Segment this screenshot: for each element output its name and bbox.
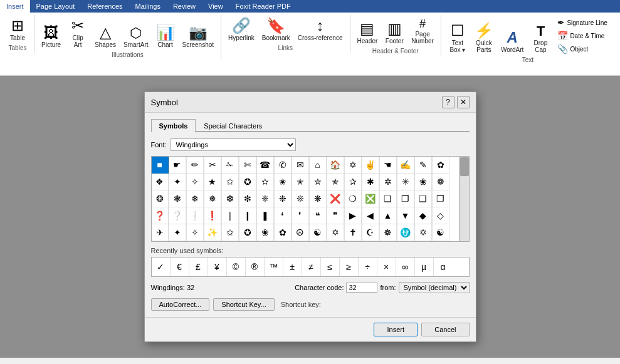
recent-symbol-cell[interactable]: ™ [265,257,283,276]
symbol-cell[interactable]: ■ [151,156,169,174]
symbol-cell[interactable]: ☎ [256,156,274,174]
symbol-cell[interactable]: ▲ [379,207,397,224]
symbol-cell[interactable]: ✎ [414,156,432,174]
symbol-cell[interactable]: 🏠 [327,156,344,174]
wordart-button[interactable]: A WordArt [498,28,527,55]
symbol-cell[interactable]: ☯ [432,224,449,241]
symbol-cell[interactable]: ❖ [151,173,169,190]
font-select[interactable]: Wingdings [171,138,296,151]
tab-references[interactable]: References [81,0,129,13]
charcode-input[interactable] [346,283,377,293]
symbol-cell[interactable]: ✿ [274,224,292,241]
symbol-cell[interactable]: ❂ [151,190,169,207]
symbol-cell[interactable]: ✬ [274,173,292,190]
text-box-button[interactable]: ☐ TextBox ▾ [445,21,470,55]
symbol-cell[interactable]: ❀ [414,173,432,190]
tab-review[interactable]: Review [167,0,202,13]
symbol-cell[interactable]: ✄ [239,156,256,174]
symbol-cell[interactable]: ✮ [309,173,327,190]
symbol-cell[interactable]: ❗ [204,207,221,224]
symbol-cell[interactable]: ❉ [274,190,292,207]
symbol-cell[interactable]: ❅ [204,190,221,207]
recent-symbol-cell[interactable]: α [434,257,453,276]
drop-cap-button[interactable]: T DropCap [528,23,553,55]
symbol-cell[interactable]: ❑ [414,190,432,207]
clip-art-button[interactable]: ✂ ClipArt [65,16,90,50]
symbol-cell[interactable]: ✪ [239,173,256,190]
symbol-cell[interactable]: ❆ [221,190,239,207]
table-button[interactable]: ⊞ Table [5,16,30,43]
symbol-cell[interactable]: ☪ [362,224,379,241]
symbol-cell[interactable]: ❊ [292,190,309,207]
symbol-scrollbar[interactable] [459,157,469,241]
symbol-cell[interactable]: ✡ [327,224,344,241]
symbol-cell[interactable]: ❕ [186,207,204,224]
symbol-cell[interactable]: ✉ [292,156,309,174]
symbol-cell[interactable]: ☚ [379,156,397,174]
symbol-cell[interactable]: ✯ [327,173,344,190]
symbol-cell[interactable]: ☮ [292,224,309,241]
object-button[interactable]: 📎 Object [554,43,611,55]
symbol-cell[interactable]: ✩ [221,224,239,241]
symbol-cell[interactable]: ❁ [432,173,449,190]
recent-symbol-cell[interactable]: ≥ [340,257,359,276]
symbol-cell[interactable]: ✧ [186,173,204,190]
recent-symbol-cell[interactable]: ¥ [208,257,227,276]
symbol-cell[interactable]: ◇ [432,207,449,224]
symbol-cell[interactable]: ✰ [344,173,362,190]
symbol-cell[interactable]: ✡ [414,224,432,241]
symbol-cell[interactable]: ✍ [397,156,414,174]
recent-symbol-cell[interactable]: £ [189,257,208,276]
recent-symbol-cell[interactable]: ® [246,257,265,276]
symbol-cell[interactable]: ❛ [274,207,292,224]
recent-symbol-cell[interactable]: ÷ [359,257,377,276]
recent-symbol-cell[interactable]: ≠ [302,257,321,276]
tab-insert[interactable]: Insert [0,0,30,13]
hyperlink-button[interactable]: 🔗 Hyperlink [225,16,258,43]
recent-symbol-cell[interactable]: ≤ [321,257,340,276]
symbol-cell[interactable]: ✫ [256,173,274,190]
recent-symbol-cell[interactable]: µ [415,257,434,276]
recent-symbol-cell[interactable]: ± [283,257,302,276]
recent-symbol-cell[interactable]: ✓ [152,257,171,276]
tab-symbols[interactable]: Symbols [151,119,196,132]
symbol-cell[interactable]: ❚ [256,207,274,224]
symbol-cell[interactable]: ❞ [327,207,344,224]
page-number-button[interactable]: # PageNumber [408,16,437,46]
symbol-cell[interactable]: ✿ [432,156,449,174]
symbol-cell[interactable]: ❋ [309,190,327,207]
symbol-cell[interactable]: ✌ [362,156,379,174]
symbol-cell[interactable]: ◆ [414,207,432,224]
symbol-cell[interactable]: ☯ [309,224,327,241]
symbol-cell[interactable]: ✆ [274,156,292,174]
symbol-cell[interactable]: ✡ [344,156,362,174]
symbol-cell[interactable]: ✦ [169,173,186,190]
symbol-cell[interactable]: ✪ [239,224,256,241]
quick-parts-button[interactable]: ⚡ QuickParts [471,21,497,55]
symbol-cell[interactable]: ✳ [397,173,414,190]
symbol-cell[interactable]: ✦ [169,224,186,241]
tab-page-layout[interactable]: Page Layout [30,0,81,13]
symbol-cell[interactable]: ☛ [169,156,186,174]
symbol-cell[interactable]: ❘ [221,207,239,224]
smartart-button[interactable]: ⬡ SmartArt [120,24,151,50]
shortcut-key-button[interactable]: Shortcut Key... [213,298,274,311]
tab-view[interactable]: View [202,0,229,13]
dialog-close-button[interactable]: ✕ [457,96,470,108]
symbol-cell[interactable]: ✈ [151,224,169,241]
symbol-cell[interactable]: ✱ [362,173,379,190]
symbol-cell[interactable]: ✭ [292,173,309,190]
picture-button[interactable]: 🖼 Picture [38,23,64,50]
symbol-cell[interactable]: ☸ [379,224,397,241]
symbol-cell[interactable]: ❌ [327,190,344,207]
symbol-cell[interactable]: ✩ [221,173,239,190]
cross-reference-button[interactable]: ↕ Cross-reference [295,16,346,43]
symbol-cell[interactable]: ✁ [221,156,239,174]
symbol-cell[interactable]: ❙ [239,207,256,224]
symbol-cell[interactable]: ❇ [239,190,256,207]
symbol-cell[interactable]: ✲ [379,173,397,190]
symbol-cell[interactable]: ❃ [169,190,186,207]
tab-foxit[interactable]: Foxit Reader PDF [229,0,297,13]
symbol-cell[interactable]: ❓ [151,207,169,224]
symbol-cell[interactable]: ★ [204,173,221,190]
